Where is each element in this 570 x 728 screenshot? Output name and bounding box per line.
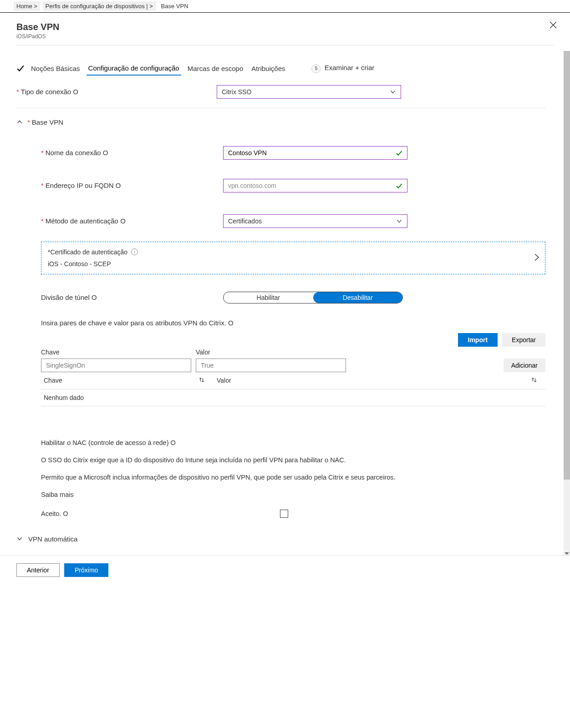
auth-method-label: *Método de autenticação O [41, 217, 223, 225]
auth-certificate-selector[interactable]: *Certificado de autenticação i iOS - Con… [41, 242, 545, 274]
footer: Anterior Próximo [0, 556, 570, 584]
table-header-key[interactable]: Chave [44, 377, 62, 384]
step-5-badge: 5 [311, 64, 321, 73]
tab-assignments[interactable]: Atribuições [249, 62, 287, 75]
table-header-value[interactable]: Valor [217, 377, 231, 384]
page-header: Base VPN iOS/iPadOS [0, 13, 570, 51]
close-button[interactable] [549, 21, 557, 30]
export-button[interactable]: Exportar [502, 333, 545, 347]
chevron-down-icon [390, 89, 396, 95]
close-icon [549, 21, 557, 29]
tab-basics[interactable]: Noções Básicas [29, 62, 82, 75]
breadcrumb-item[interactable]: Home > [14, 1, 40, 11]
ip-fqdn-field[interactable] [228, 182, 396, 189]
scrollbar-thumb[interactable] [564, 51, 570, 480]
table-empty-row: Nenhum dado [41, 389, 545, 406]
chevron-down-icon [16, 536, 23, 542]
import-button[interactable]: Import [458, 333, 498, 347]
tunnel-disable-option[interactable]: Desabilitar [313, 292, 403, 303]
auto-vpn-label: VPN automática [28, 535, 77, 543]
connection-name-label: *Nome da conexão O [41, 149, 223, 157]
add-kv-button[interactable]: Adicionar [504, 359, 545, 372]
breadcrumb-item: Base VPN [158, 1, 191, 11]
base-vpn-section-header[interactable]: *Base VPN [16, 116, 545, 128]
page-title: Base VPN [16, 22, 554, 32]
tab-config[interactable]: Configuração de configuração [87, 61, 181, 76]
auth-method-select[interactable]: Certificados [223, 214, 407, 228]
scrollbar[interactable] [564, 51, 570, 556]
page-subtitle: iOS/iPadOS [16, 33, 554, 40]
next-button[interactable]: Próximo [64, 563, 108, 577]
tab-review[interactable]: 5 Examinar + criar [310, 61, 376, 76]
chevron-right-icon [534, 253, 539, 263]
connection-type-select[interactable]: Citrix SSO [217, 85, 401, 99]
chevron-up-icon [16, 119, 23, 125]
wizard-tabs: Noções Básicas Configuração de configura… [16, 51, 545, 80]
base-vpn-section-label: Base VPN [32, 118, 63, 126]
nac-desc-1: O SSO do Citrix exige que a ID do dispos… [41, 455, 545, 465]
ip-fqdn-input[interactable] [223, 179, 407, 192]
sort-icon[interactable] [198, 377, 205, 384]
auto-vpn-section[interactable]: VPN automática [16, 531, 545, 546]
key-input[interactable] [41, 359, 191, 372]
ip-fqdn-label: *Endereço IP ou FQDN O [41, 182, 223, 189]
breadcrumb-item[interactable]: Perfis de configuração de dispositivos |… [43, 1, 156, 11]
tunnel-enable-option[interactable]: Habilitar [224, 292, 313, 303]
auth-certificate-value: iOS - Contoso - SCEP [48, 260, 539, 268]
auth-certificate-label: *Certificado de autenticação [48, 248, 127, 256]
nac-heading: Habilitar o NAC (controle de acesso à re… [41, 438, 545, 447]
split-tunnel-toggle[interactable]: Habilitar Desabilitar [223, 292, 403, 303]
sort-icon[interactable] [531, 377, 537, 384]
previous-button[interactable]: Anterior [16, 563, 60, 577]
tab-scope[interactable]: Marcas de escopo [186, 62, 245, 75]
accept-label: Aceito. O [41, 510, 280, 517]
check-icon [16, 64, 25, 72]
tab-review-label: Examinar + criar [325, 64, 375, 71]
auth-method-value: Certificados [228, 217, 262, 225]
value-column-label: Valor [196, 349, 346, 356]
chevron-down-icon [396, 218, 402, 224]
top-bar: Home > Perfis de configuração de disposi… [0, 0, 570, 13]
key-column-label: Chave [41, 349, 191, 356]
scrollbar-down-icon[interactable] [565, 552, 569, 555]
citrix-kv-description: Insira pares de chave e valor para os at… [41, 319, 545, 327]
learn-more-link[interactable]: Saiba mais [41, 490, 545, 499]
value-input[interactable] [196, 359, 346, 372]
accept-checkbox[interactable] [280, 510, 288, 518]
info-icon[interactable]: i [131, 248, 138, 255]
connection-type-value: Citrix SSO [222, 88, 251, 96]
connection-name-input[interactable] [223, 146, 407, 160]
nac-desc-2: Permito que a Microsoft inclua informaçõ… [41, 473, 545, 482]
valid-check-icon [396, 182, 402, 189]
valid-check-icon [396, 149, 402, 157]
connection-type-label: *Tipo de conexão O [16, 88, 217, 96]
breadcrumb: Home > Perfis de configuração de disposi… [0, 0, 570, 12]
split-tunnel-label: Divisão de túnel O [41, 293, 223, 301]
connection-name-field[interactable] [228, 149, 396, 157]
